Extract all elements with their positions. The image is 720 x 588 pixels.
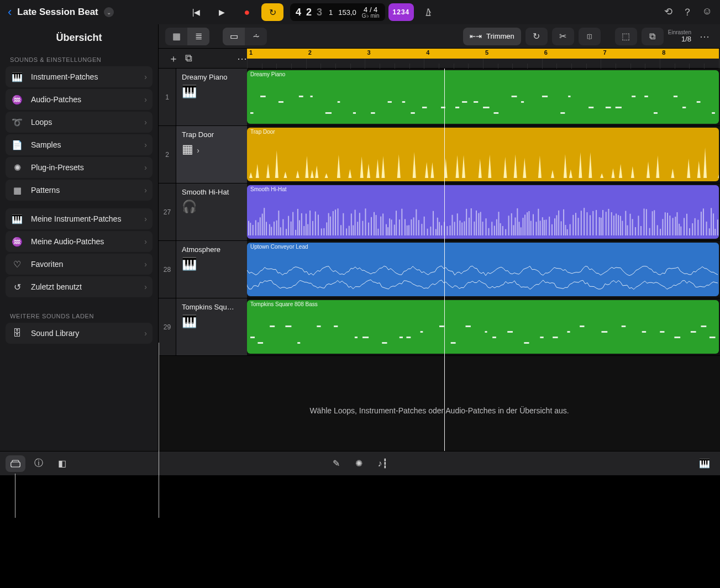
browser-toggle-button[interactable]	[6, 455, 25, 472]
svg-rect-232	[317, 326, 320, 327]
ruler-bar-number: 2	[308, 49, 312, 56]
more-menu-icon[interactable]: ☺	[702, 6, 712, 19]
split-tool-button[interactable]: ⎅	[579, 28, 601, 45]
timeline-ruler[interactable]: 123456789	[247, 49, 720, 69]
svg-rect-35	[250, 223, 251, 235]
timesig-key-readout[interactable]: 4 / 4G♭ min	[362, 6, 380, 19]
svg-rect-61	[309, 211, 311, 235]
track-lane[interactable]: Uptown Conveyor Lead	[247, 241, 720, 298]
region[interactable]: Uptown Conveyor Lead	[247, 243, 719, 296]
sidebar-item[interactable]: ↺Zuletzt benutzt›	[6, 276, 153, 297]
scissors-tool-button[interactable]: ✂	[552, 28, 574, 45]
sidebar-item-label: Samples	[31, 140, 61, 149]
sidebar-item[interactable]: 🗄Sound Library›	[6, 323, 153, 344]
sidebar-item[interactable]: ✺Plug-in-Presets›	[6, 157, 153, 178]
track-header[interactable]: 1 Dreamy Piano 🎹	[159, 69, 247, 125]
svg-rect-11	[411, 112, 414, 114]
sidebar-item[interactable]: 🎹Meine Instrument-Patches›	[6, 208, 153, 229]
duplicate-track-button[interactable]: ⧉	[185, 53, 192, 64]
view-mode-chip[interactable]: 1234	[388, 3, 414, 21]
sidebar-section-more: WEITERE SOUNDS LADEN	[0, 307, 158, 323]
svg-rect-225	[714, 229, 716, 235]
svg-rect-162	[554, 218, 555, 235]
info-panel-button[interactable]: ⓘ	[29, 455, 49, 472]
region[interactable]: Trap Door	[247, 128, 719, 181]
svg-rect-224	[713, 213, 714, 235]
svg-rect-26	[616, 107, 622, 108]
region[interactable]: Smooth Hi-Hat	[247, 185, 719, 239]
go-to-start-button[interactable]: |◀	[185, 3, 207, 21]
copy-tool-button[interactable]: ⧉	[642, 28, 664, 45]
chevron-right-icon: ›	[144, 329, 147, 338]
region[interactable]: Dreamy Piano	[247, 70, 719, 124]
snap-display[interactable]: Einrasten 1/8	[668, 29, 691, 43]
lcd-display[interactable]: 4 2 3 1 153,0 4 / 4G♭ min	[290, 3, 385, 21]
loop-tool-button[interactable]: ↻	[525, 28, 548, 45]
svg-rect-110	[433, 211, 434, 235]
sidebar-item[interactable]: ♡Favoriten›	[6, 254, 153, 275]
track-header[interactable]: 29 Tompkins Squ… 🎹	[159, 298, 247, 355]
svg-rect-80	[357, 222, 358, 235]
svg-rect-196	[640, 226, 642, 235]
mixer-panel-button[interactable]: ♪┇	[378, 458, 388, 469]
sidebar-item[interactable]: ♒Meine Audio-Patches›	[6, 231, 153, 252]
svg-rect-121	[459, 221, 460, 235]
sidebar-item[interactable]: ➰Loops›	[6, 112, 153, 133]
svg-rect-40	[262, 214, 263, 235]
back-button[interactable]: ‹	[8, 5, 12, 19]
edit-panel-button[interactable]: ✎	[333, 458, 340, 469]
svg-rect-78	[353, 225, 354, 235]
sidebar-item[interactable]: 🎹Instrument-Patches›	[6, 66, 153, 87]
svg-rect-184	[611, 212, 612, 235]
svg-rect-233	[334, 326, 338, 327]
region[interactable]: Tompkins Square 808 Bass	[247, 300, 719, 354]
help-icon[interactable]: ？	[682, 6, 692, 19]
svg-rect-153	[533, 214, 534, 235]
track-lane[interactable]: Trap Door	[247, 126, 720, 183]
track-lane[interactable]: Smooth Hi-Hat	[247, 183, 720, 240]
svg-rect-247	[540, 337, 543, 338]
svg-rect-135	[494, 225, 495, 235]
svg-rect-157	[542, 217, 543, 235]
svg-rect-177	[592, 211, 593, 235]
track-lane[interactable]: Dreamy Piano	[247, 69, 720, 125]
add-track-button[interactable]: ＋	[169, 52, 178, 65]
list-view-button[interactable]: ≣	[187, 28, 209, 45]
ruler-bar-number: 1	[249, 49, 253, 56]
sidebar-item-icon: 🎹	[11, 214, 23, 224]
sidebar-item[interactable]: ♒Audio-Patches›	[6, 89, 153, 110]
record-button[interactable]: ●	[236, 3, 258, 21]
track-header[interactable]: 27 Smooth Hi-Hat 🎧	[159, 183, 247, 240]
chevron-right-icon: ›	[144, 186, 147, 195]
sidebar-section-sounds: SOUNDS & EINSTELLUNGEN	[0, 51, 158, 66]
track-options-button[interactable]: ⋯	[237, 53, 247, 65]
marquee-tool-button[interactable]: ⬚	[615, 28, 637, 45]
side-panel-button[interactable]: ◧	[52, 455, 72, 472]
tracks-area[interactable]: 1 Dreamy Piano 🎹 Dreamy Piano 2 Trap Doo…	[159, 69, 720, 451]
track-header[interactable]: 2 Trap Door ▦ ›	[159, 126, 247, 183]
track-header[interactable]: 28 Atmosphere 🎹	[159, 241, 247, 298]
project-title[interactable]: Late Session Beat	[17, 7, 98, 18]
region-view-button[interactable]: ▭	[223, 28, 245, 45]
region-label: Dreamy Piano	[250, 71, 285, 77]
trim-tool-button[interactable]: ⇤⇥ Trimmen	[463, 28, 521, 45]
automation-view-button[interactable]: ⩪	[245, 28, 267, 45]
svg-rect-181	[602, 210, 603, 235]
sidebar-item[interactable]: 📄Samples›	[6, 134, 153, 155]
cycle-button[interactable]: ↻	[261, 3, 283, 21]
track-lane[interactable]: Tompkins Square 808 Bass	[247, 298, 720, 355]
undo-icon[interactable]: ⟲	[664, 6, 672, 19]
svg-rect-88	[377, 229, 379, 235]
fx-panel-button[interactable]: ✺	[355, 458, 362, 469]
metronome-button[interactable]	[417, 3, 439, 21]
sidebar-item-icon: ♒	[11, 237, 23, 247]
keyboard-panel-button[interactable]: 🎹	[695, 455, 714, 472]
project-menu-chevron-icon[interactable]: ⌄	[104, 7, 114, 17]
grid-view-button[interactable]: ▦	[165, 28, 187, 45]
svg-rect-14	[455, 107, 459, 108]
play-button[interactable]: ▶	[211, 3, 233, 21]
toolbar-more-button[interactable]: ⋯	[696, 30, 713, 43]
tempo-readout[interactable]: 153,0	[338, 9, 356, 16]
svg-rect-7	[353, 112, 356, 114]
sidebar-item[interactable]: ▦Patterns›	[6, 180, 153, 201]
